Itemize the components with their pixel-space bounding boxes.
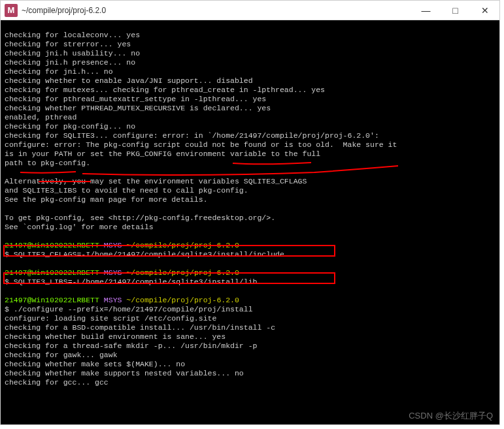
output-line: checking for localeconv... yes [5,31,140,39]
output-line: enabled, pthread [5,113,76,121]
app-icon: M [5,4,18,17]
output-line: checking for pthread_mutexattr_settype i… [5,95,266,103]
output-line: checking whether build environment is sa… [5,332,226,341]
titlebar[interactable]: M ~/compile/proj/proj-6.2.0 — □ ✕ [1,1,499,20]
prompt-path: ~/compile/proj/proj-6.2.0 [126,296,239,304]
output-line: checking for a thread-safe mkdir -p... /… [5,342,257,350]
window-frame: M ~/compile/proj/proj-6.2.0 — □ ✕ checki… [0,0,500,425]
output-line: checking jni.h presence... no [5,58,135,67]
prompt-system: MSYS [104,241,122,249]
output-line: See `config.log' for more details [5,223,154,231]
prompt-system: MSYS [104,268,122,277]
prompt-path: ~/compile/proj/proj-6.2.0 [126,268,239,277]
output-line: checking for gcc... gcc [5,378,109,387]
output-line: checking for strerror... yes [5,40,131,48]
output-line: checking for a BSD-compatible install...… [5,323,275,332]
output-line: checking whether to enable Java/JNI supp… [5,76,253,85]
output-line: To get pkg-config, see <http://pkg-confi… [5,214,275,222]
output-line: checking for pkg-config... no [5,122,135,131]
close-button[interactable]: ✕ [470,1,499,20]
prompt-user: 21497@Win102022LRBETT [5,268,99,277]
prompt-symbol: $ [5,305,9,313]
output-line: checking whether PTHREAD_MUTEX_RECURSIVE… [5,104,271,112]
window-controls: — □ ✕ [411,1,499,20]
prompt-path: ~/compile/proj/proj-6.2.0 [126,241,239,249]
prompt-symbol: $ [5,278,9,286]
output-line: path to pkg-config. [5,159,90,167]
prompt-user: 21497@Win102022LRBETT [5,241,99,249]
output-line: checking whether make sets $(MAKE)... no [5,360,185,368]
output-line: is in your PATH or set the PKG_CONFIG en… [5,150,320,158]
watermark: CSDN @长沙红胖子Q [409,411,493,421]
output-line: checking for gawk... gawk [5,351,118,359]
output-line: checking for jni.h... no [5,67,113,76]
output-line: See the pkg-config man page for more det… [5,195,208,204]
prompt-user: 21497@Win102022LRBETT [5,296,99,304]
output-line: checking whether make supports nested va… [5,369,244,377]
output-line: and SQLITE3_LIBS to avoid the need to ca… [5,186,248,195]
output-line: Alternatively, you may set the environme… [5,177,307,185]
prompt-system: MSYS [104,296,122,304]
output-line: checking for mutexes... checking for pth… [5,86,325,94]
command-libs: SQLITE3_LIBS=-L/home/21497/compile/sqlit… [14,278,258,286]
output-line: checking jni.h usability... no [5,49,140,57]
prompt-symbol: $ [5,250,9,259]
output-line: checking for SQLITE3... configure: error… [5,131,379,140]
window-title: ~/compile/proj/proj-6.2.0 [22,6,411,15]
command-configure: ./configure --prefix=/home/21497/compile… [14,305,253,313]
output-line: configure: error: The pkg-config script … [5,140,397,149]
minimize-button[interactable]: — [411,1,441,20]
maximize-button[interactable]: □ [441,1,470,20]
command-cflags: SQLITE3_CFLAGS=-I/home/21497/compile/sql… [14,250,284,259]
output-line: configure: loading site script /etc/conf… [5,314,216,323]
terminal-area[interactable]: checking for localeconv... yes checking … [1,20,499,424]
